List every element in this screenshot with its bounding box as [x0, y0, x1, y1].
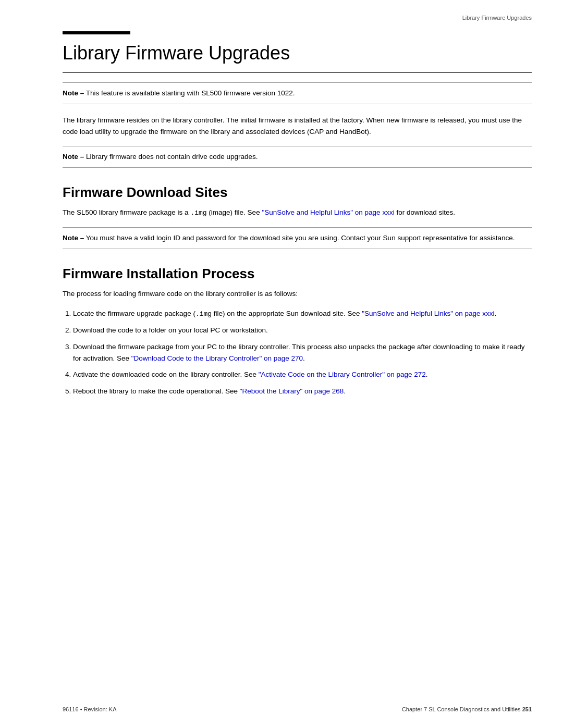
list-item: Download the firmware package from your … — [73, 341, 532, 364]
note-3-content: You must have a valid login ID and passw… — [86, 234, 515, 242]
section1-heading: Firmware Download Sites — [63, 184, 532, 201]
section1-text3: for download sites. — [395, 208, 455, 216]
note-1-text: Note – This feature is available startin… — [63, 88, 532, 98]
footer-left: 96116 • Revision: KA — [63, 706, 117, 712]
section2-heading: Firmware Installation Process — [63, 266, 532, 282]
title-divider — [63, 72, 532, 73]
page-footer: 96116 • Revision: KA Chapter 7 SL Consol… — [63, 706, 532, 712]
step4-text2: . — [426, 371, 428, 378]
note-box-1: Note – This feature is available startin… — [63, 82, 532, 104]
list-item: Activate the downloaded code on the libr… — [73, 369, 532, 380]
step3-text2: . — [303, 354, 305, 362]
step1-text3: . — [495, 310, 497, 317]
chapter-bar-decoration — [63, 31, 130, 34]
download-code-link[interactable]: "Download Code to the Library Controller… — [131, 354, 303, 362]
intro-paragraph: The library firmware resides on the libr… — [63, 115, 532, 137]
reboot-library-link[interactable]: "Reboot the Library" on page 268 — [240, 387, 344, 395]
section1-code: .img — [190, 209, 206, 217]
activate-code-link[interactable]: "Activate Code on the Library Controller… — [259, 371, 426, 378]
step1-text2: file) on the appropriate Sun download si… — [212, 310, 362, 317]
note-1-content: This feature is available starting with … — [86, 89, 295, 97]
list-item: Download the code to a folder on your lo… — [73, 325, 532, 336]
step5-text2: . — [344, 387, 346, 395]
note-1-label: Note – — [63, 89, 84, 97]
step1-text1: Locate the firmware upgrade package ( — [73, 310, 195, 317]
note-2-text: Note – Library firmware does not contain… — [63, 152, 532, 162]
sunsolve-link-2[interactable]: "SunSolve and Helpful Links" on page xxx… — [362, 310, 494, 317]
note-2-label: Note – — [63, 153, 84, 161]
header-text: Library Firmware Upgrades — [462, 15, 532, 21]
footer-right: Chapter 7 SL Console Diagnostics and Uti… — [402, 706, 532, 712]
main-content: Library Firmware Upgrades Note – This fe… — [63, 42, 532, 697]
note-box-2: Note – Library firmware does not contain… — [63, 146, 532, 168]
note-3-label: Note – — [63, 234, 84, 242]
section2-intro: The process for loading firmware code on… — [63, 288, 532, 300]
footer-chapter: Chapter 7 SL Console Diagnostics and Uti… — [402, 706, 521, 712]
page-title: Library Firmware Upgrades — [63, 42, 532, 64]
section1-text1: The SL500 library firmware package is a — [63, 208, 190, 216]
note-box-3: Note – You must have a valid login ID an… — [63, 227, 532, 249]
section1-body: The SL500 library firmware package is a … — [63, 207, 532, 219]
footer-page-number: 251 — [522, 706, 532, 712]
note-2-content: Library firmware does not contain drive … — [86, 153, 258, 161]
sunsolve-link-1[interactable]: "SunSolve and Helpful Links" on page xxx… — [262, 208, 394, 216]
page-header: Library Firmware Upgrades — [462, 15, 532, 21]
step1-code: .img — [195, 310, 212, 318]
list-item: Locate the firmware upgrade package (.im… — [73, 308, 532, 320]
note-3-text: Note – You must have a valid login ID an… — [63, 233, 532, 243]
list-item: Reboot the library to make the code oper… — [73, 386, 532, 397]
step4-text1: Activate the downloaded code on the libr… — [73, 371, 259, 378]
page-container: Library Firmware Upgrades Library Firmwa… — [0, 0, 563, 728]
step5-text1: Reboot the library to make the code oper… — [73, 387, 240, 395]
step2-text: Download the code to a folder on your lo… — [73, 326, 268, 334]
section1-text2: (image) file. See — [207, 208, 262, 216]
process-list: Locate the firmware upgrade package (.im… — [63, 308, 532, 397]
